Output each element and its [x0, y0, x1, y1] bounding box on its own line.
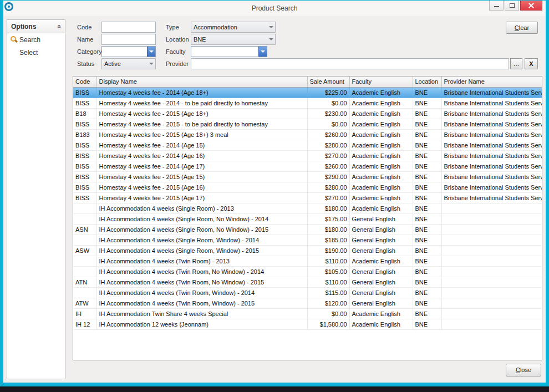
- grid-cell[interactable]: General English: [349, 266, 413, 277]
- grid-cell[interactable]: Brisbane International Students Services: [441, 192, 542, 203]
- grid-cell[interactable]: General English: [349, 224, 413, 235]
- provider-clear-button[interactable]: X: [525, 58, 538, 69]
- grid-cell[interactable]: Academic English: [349, 182, 413, 192]
- chevron-down-icon[interactable]: [267, 26, 275, 28]
- grid-cell[interactable]: B18: [73, 108, 96, 119]
- grid-cell[interactable]: Academic English: [349, 150, 413, 161]
- grid-cell[interactable]: Homestay 4 weeks fee - 2014 (Age 15): [96, 140, 307, 150]
- column-header[interactable]: Provider Name: [441, 77, 542, 87]
- grid-cell[interactable]: [73, 213, 96, 224]
- grid-cell[interactable]: IH Accommodation 4 weeks (Twin Room, Win…: [96, 298, 307, 308]
- grid-cell[interactable]: BNE: [413, 129, 441, 140]
- provider-lookup-button[interactable]: …: [510, 58, 522, 69]
- grid-cell[interactable]: BNE: [413, 150, 441, 161]
- grid-cell[interactable]: Academic English: [349, 203, 413, 213]
- grid-cell[interactable]: Brisbane International Students Services: [441, 119, 542, 129]
- grid-cell[interactable]: Homestay 4 weeks fee - 2015 (Age 15): [96, 171, 307, 182]
- chevron-down-icon[interactable]: [147, 63, 155, 65]
- grid-cell[interactable]: $1,580.00: [307, 319, 349, 329]
- grid-cell[interactable]: [441, 203, 542, 213]
- grid-cell[interactable]: [441, 266, 542, 277]
- grid-cell[interactable]: BNE: [413, 213, 441, 224]
- grid-cell[interactable]: $115.00: [307, 287, 349, 298]
- grid-cell[interactable]: $180.00: [307, 224, 349, 235]
- table-row[interactable]: IH Accommodation 4 weeks (Twin Room, Win…: [73, 287, 542, 298]
- column-header[interactable]: Sale Amount: [307, 77, 349, 87]
- table-row[interactable]: BISSHomestay 4 weeks fee - 2014 (Age 16)…: [73, 150, 542, 161]
- column-header[interactable]: Code: [73, 77, 96, 87]
- grid-cell[interactable]: IH Accommodation 4 weeks (Single Room, W…: [96, 245, 307, 256]
- grid-cell[interactable]: ASN: [73, 224, 96, 235]
- grid-cell[interactable]: Brisbane International Students Services: [441, 150, 542, 161]
- grid-cell[interactable]: $0.00: [307, 308, 349, 319]
- grid-cell[interactable]: BNE: [413, 235, 441, 245]
- grid-cell[interactable]: $190.00: [307, 245, 349, 256]
- table-row[interactable]: ASWIH Accommodation 4 weeks (Single Room…: [73, 245, 542, 256]
- grid-cell[interactable]: [73, 235, 96, 245]
- clear-button[interactable]: Clear: [506, 22, 538, 34]
- grid-cell[interactable]: Academic English: [349, 308, 413, 319]
- grid-cell[interactable]: $185.00: [307, 235, 349, 245]
- grid-cell[interactable]: $270.00: [307, 192, 349, 203]
- grid-cell[interactable]: Homestay 4 weeks fee - 2015 - to be paid…: [96, 119, 307, 129]
- grid-cell[interactable]: BISS: [73, 119, 96, 129]
- grid-cell[interactable]: ASW: [73, 245, 96, 256]
- sidebar-item-select[interactable]: Select: [7, 46, 65, 59]
- grid-cell[interactable]: Brisbane International Students Services: [441, 129, 542, 140]
- type-dropdown[interactable]: Accommodation: [191, 22, 276, 33]
- grid-cell[interactable]: $0.00: [307, 98, 349, 108]
- grid-cell[interactable]: General English: [349, 235, 413, 245]
- grid-cell[interactable]: Homestay 4 weeks fee - 2015 (Age 18+): [96, 108, 307, 119]
- code-input[interactable]: [101, 22, 156, 33]
- table-row[interactable]: IH Accommodation 4 weeks (Single Room) -…: [73, 203, 542, 213]
- grid-cell[interactable]: $260.00: [307, 161, 349, 171]
- grid-cell[interactable]: Academic English: [349, 98, 413, 108]
- grid-cell[interactable]: BNE: [413, 287, 441, 298]
- grid-cell[interactable]: BNE: [413, 192, 441, 203]
- close-window-button[interactable]: [520, 1, 542, 11]
- grid-cell[interactable]: BNE: [413, 87, 441, 98]
- chevron-down-icon[interactable]: [147, 47, 155, 57]
- grid-cell[interactable]: ATW: [73, 298, 96, 308]
- grid-cell[interactable]: $230.00: [307, 108, 349, 119]
- grid-cell[interactable]: [441, 287, 542, 298]
- grid-cell[interactable]: ATN: [73, 277, 96, 287]
- grid-cell[interactable]: Academic English: [349, 161, 413, 171]
- grid-cell[interactable]: BNE: [413, 161, 441, 171]
- grid-cell[interactable]: Academic English: [349, 129, 413, 140]
- grid-cell[interactable]: IH Accommodation 4 weeks (Single Room, N…: [96, 213, 307, 224]
- grid-cell[interactable]: IH: [73, 308, 96, 319]
- grid-cell[interactable]: General English: [349, 287, 413, 298]
- grid-cell[interactable]: $110.00: [307, 256, 349, 266]
- table-row[interactable]: BISSHomestay 4 weeks fee - 2015 - to be …: [73, 119, 542, 129]
- table-row[interactable]: IH 12IH Accommodation 12 weeks (Jeonnam)…: [73, 319, 542, 329]
- name-input[interactable]: [101, 34, 156, 45]
- grid-cell[interactable]: General English: [349, 277, 413, 287]
- grid-cell[interactable]: [441, 213, 542, 224]
- close-button[interactable]: Close: [506, 364, 541, 376]
- grid-cell[interactable]: IH Accommodation Twin Share 4 weeks Spec…: [96, 308, 307, 319]
- grid-cell[interactable]: BNE: [413, 266, 441, 277]
- grid-cell[interactable]: Homestay 4 weeks fee - 2015 (Age 16): [96, 182, 307, 192]
- table-row[interactable]: BISSHomestay 4 weeks fee - 2015 (Age 16)…: [73, 182, 542, 192]
- grid-cell[interactable]: $260.00: [307, 129, 349, 140]
- table-row[interactable]: BISSHomestay 4 weeks fee - 2014 - to be …: [73, 98, 542, 108]
- grid-cell[interactable]: IH Accommodation 12 weeks (Jeonnam): [96, 319, 307, 329]
- grid-cell[interactable]: [441, 277, 542, 287]
- grid-cell[interactable]: BNE: [413, 319, 441, 329]
- grid-cell[interactable]: Academic English: [349, 119, 413, 129]
- column-header[interactable]: Faculty: [349, 77, 413, 87]
- grid-cell[interactable]: BNE: [413, 108, 441, 119]
- grid-cell[interactable]: Academic English: [349, 108, 413, 119]
- grid-cell[interactable]: Brisbane International Students Services: [441, 108, 542, 119]
- grid-cell[interactable]: IH Accommodation 4 weeks (Single Room, N…: [96, 224, 307, 235]
- grid-cell[interactable]: $0.00: [307, 119, 349, 129]
- grid-cell[interactable]: BNE: [413, 245, 441, 256]
- grid-cell[interactable]: BNE: [413, 203, 441, 213]
- location-dropdown[interactable]: BNE: [191, 34, 276, 45]
- grid-cell[interactable]: B183: [73, 129, 96, 140]
- grid-cell[interactable]: Brisbane International Students Services: [441, 171, 542, 182]
- grid-cell[interactable]: Homestay 4 weeks fee - 2014 - to be paid…: [96, 98, 307, 108]
- grid-cell[interactable]: Academic English: [349, 87, 413, 98]
- collapse-icon[interactable]: »: [55, 24, 63, 28]
